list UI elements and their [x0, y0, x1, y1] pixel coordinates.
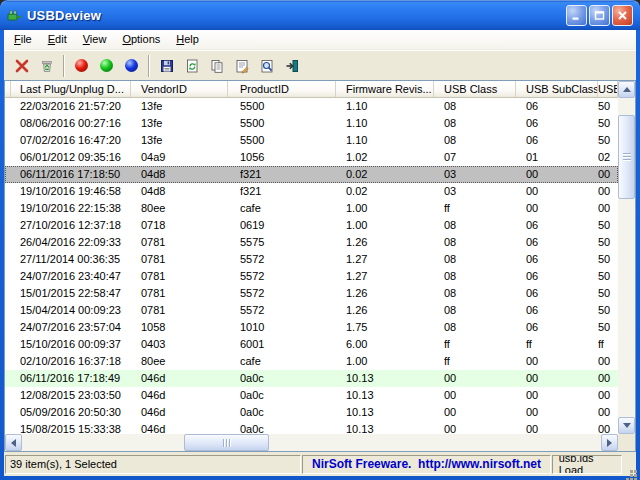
row-cell: 00: [598, 183, 618, 200]
disable-device-button[interactable]: [34, 53, 59, 78]
row-cell: 10.13: [336, 404, 434, 421]
title-bar[interactable]: USBDeview: [0, 0, 640, 30]
row-cell: 0a0c: [228, 421, 336, 434]
row-cell: ff: [434, 353, 516, 370]
scroll-down-button[interactable]: [618, 417, 635, 434]
row-cell: 1.75: [336, 319, 434, 336]
column-header-5[interactable]: USB Class: [434, 81, 516, 98]
row-cell: 00: [516, 183, 598, 200]
find-button[interactable]: [254, 53, 279, 78]
exit-button[interactable]: [279, 53, 304, 78]
column-header-4[interactable]: Firmware Revis...: [336, 81, 434, 98]
menu-item-file[interactable]: File: [6, 31, 40, 48]
vertical-scroll-thumb[interactable]: [618, 115, 635, 199]
menu-item-view[interactable]: View: [75, 31, 115, 48]
resize-grip[interactable]: [630, 470, 633, 473]
row-cell: 50: [598, 302, 618, 319]
toolbar-separator: [63, 55, 65, 77]
table-row[interactable]: 19/10/2016 19:46:5804d8f3210.02030000: [5, 183, 618, 200]
row-cell: 10.13: [336, 387, 434, 404]
row-cell: 80ee: [131, 200, 228, 217]
row-cell: 15/01/2015 22:58:47: [11, 285, 131, 302]
row-cell: 1.00: [336, 353, 434, 370]
table-row[interactable]: 06/11/2016 17:18:49046d0a0c10.13000000: [5, 370, 618, 387]
row-cell: 12/08/2015 23:03:50: [11, 387, 131, 404]
row-cell: 00: [434, 421, 516, 434]
table-row[interactable]: 15/04/2014 00:09:23078155721.26080650: [5, 302, 618, 319]
row-cell: 50: [598, 251, 618, 268]
vertical-scrollbar[interactable]: [618, 81, 635, 434]
table-row[interactable]: 15/08/2015 15:33:38046d0a0c10.13000000: [5, 421, 618, 434]
menu-item-edit[interactable]: Edit: [40, 31, 75, 48]
table-row[interactable]: 12/08/2015 23:03:50046d0a0c10.13000000: [5, 387, 618, 404]
uninstall-device-button[interactable]: [9, 53, 34, 78]
refresh-button[interactable]: [179, 53, 204, 78]
row-cell: 06/11/2016 17:18:50: [11, 166, 131, 183]
row-cell: 08: [434, 115, 516, 132]
table-row[interactable]: 24/07/2016 23:40:47078155721.27080650: [5, 268, 618, 285]
table-row[interactable]: 07/02/2016 16:47:2013fe55001.10080650: [5, 132, 618, 149]
table-row[interactable]: 02/10/2016 16:37:1880eecafe1.00ff0000: [5, 353, 618, 370]
row-cell: 26/04/2016 22:09:33: [11, 234, 131, 251]
row-cell: 0a0c: [228, 387, 336, 404]
row-cell: 046d: [131, 387, 228, 404]
maximize-button[interactable]: [589, 5, 610, 26]
table-row[interactable]: 15/10/2016 00:09:37040360016.00ffffff: [5, 336, 618, 353]
row-cell: 03: [434, 166, 516, 183]
row-cell: 02/10/2016 16:37:18: [11, 353, 131, 370]
client-area: FileEditViewOptionsHelp: [4, 30, 636, 476]
table-row[interactable]: 26/04/2016 22:09:33078155751.26080650: [5, 234, 618, 251]
row-cell: 046d: [131, 370, 228, 387]
row-cell: 00: [516, 166, 598, 183]
table-row[interactable]: 05/09/2016 20:50:30046d0a0c10.13000000: [5, 404, 618, 421]
scroll-left-button[interactable]: [5, 434, 22, 451]
scroll-up-button[interactable]: [618, 81, 635, 98]
row-cell: 00: [516, 404, 598, 421]
table-row[interactable]: 08/06/2016 00:27:1613fe55001.10080650: [5, 115, 618, 132]
row-cell: 1056: [228, 149, 336, 166]
row-cell: 1.10: [336, 132, 434, 149]
row-cell: 50: [598, 319, 618, 336]
row-cell: 0.02: [336, 183, 434, 200]
close-button[interactable]: [612, 5, 633, 26]
column-header-3[interactable]: ProductID: [228, 81, 336, 98]
save-button[interactable]: [154, 53, 179, 78]
row-cell: 06/11/2016 17:18:49: [11, 370, 131, 387]
table-row[interactable]: 06/11/2016 17:18:5004d8f3210.02030000: [5, 166, 618, 183]
nirsoft-link[interactable]: NirSoft Freeware. http://www.nirsoft.net: [312, 457, 541, 471]
refresh-icon: [184, 58, 200, 74]
copy-button[interactable]: [204, 53, 229, 78]
table-row[interactable]: 24/07/2016 23:57:04105810101.75080650: [5, 319, 618, 336]
horizontal-scrollbar[interactable]: [5, 434, 618, 451]
table-row[interactable]: 27/11/2014 00:36:35078155721.27080650: [5, 251, 618, 268]
row-cell: 08: [434, 234, 516, 251]
menu-item-help[interactable]: Help: [168, 31, 207, 48]
column-header-2[interactable]: VendorID: [131, 81, 228, 98]
table-row[interactable]: 06/01/2012 09:35:1604a910561.02070102: [5, 149, 618, 166]
horizontal-scroll-thumb[interactable]: [184, 434, 269, 451]
menu-item-options[interactable]: Options: [114, 31, 168, 48]
column-header-1[interactable]: Last Plug/Unplug D...: [11, 81, 131, 98]
properties-button[interactable]: [229, 53, 254, 78]
table-row[interactable]: 19/10/2016 22:15:3880eecafe1.00ff0000: [5, 200, 618, 217]
table-row[interactable]: 22/03/2016 21:57:2013fe55001.10080650: [5, 98, 618, 115]
scroll-right-button[interactable]: [601, 434, 618, 451]
table-row[interactable]: 27/10/2016 12:37:18071806191.00080650: [5, 217, 618, 234]
row-cell: 22/03/2016 21:57:20: [11, 98, 131, 115]
list-rows: 22/03/2016 21:57:2013fe55001.1008065008/…: [5, 98, 618, 434]
table-row[interactable]: 15/01/2015 22:58:47078155721.26080650: [5, 285, 618, 302]
column-header-7[interactable]: USB...: [598, 81, 618, 98]
row-cell: 00: [516, 387, 598, 404]
blue-ball-button[interactable]: [119, 53, 144, 78]
red-ball-button[interactable]: [69, 53, 94, 78]
minimize-button[interactable]: [566, 5, 587, 26]
blue-ball-icon: [125, 59, 138, 72]
green-ball-button[interactable]: [94, 53, 119, 78]
list-header: Last Plug/Unplug D...VendorIDProductIDFi…: [5, 81, 618, 98]
row-cell: 0.02: [336, 166, 434, 183]
row-cell: 08/06/2016 00:27:16: [11, 115, 131, 132]
column-header-6[interactable]: USB SubClass: [516, 81, 598, 98]
usb-app-icon[interactable]: [6, 7, 22, 23]
row-cell: 00: [434, 370, 516, 387]
row-cell: 5500: [228, 115, 336, 132]
